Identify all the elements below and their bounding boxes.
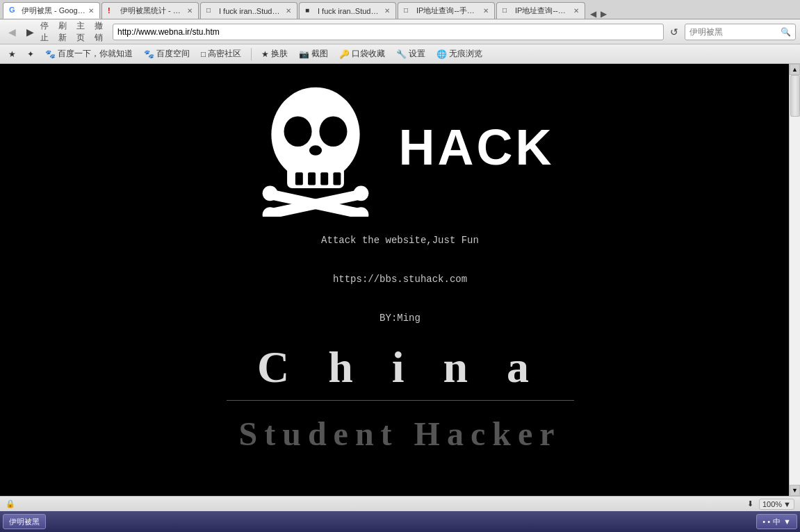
bookmark-pocket[interactable]: 🔑 口袋收藏 [336, 47, 388, 61]
search-bar[interactable]: 🔍 [685, 24, 796, 40]
bookmark-screenshot-label: 截图 [311, 48, 328, 60]
status-right: ⬇ 100% ▼ [747, 499, 794, 510]
svg-point-10 [262, 185, 277, 201]
bookmark-pocket-label: 口袋收藏 [352, 48, 385, 60]
home-button[interactable]: 主页 [76, 24, 92, 40]
china-label: C h i n a [257, 342, 543, 393]
tab-close-2[interactable]: ✕ [286, 7, 291, 15]
svg-point-13 [353, 185, 368, 201]
bookmark-baidu-label: 百度一下，你就知道 [58, 48, 133, 60]
status-bar: 🔒 ⬇ 100% ▼ [0, 496, 800, 511]
bookmark-special[interactable]: ✦ [24, 48, 37, 60]
settings-icon: 🔧 [396, 49, 407, 59]
scroll-thumb[interactable] [790, 75, 800, 117]
bookmark-settings-label: 设置 [409, 48, 425, 60]
taskbar-browser-btn[interactable]: 伊明被黑 [3, 514, 46, 529]
browser-content: HACK Attack the website,Just Fun https:/… [0, 64, 800, 496]
tab-favicon-0: G [9, 6, 19, 15]
tab-close-4[interactable]: ✕ [483, 7, 489, 15]
tab-favicon-2: □ [206, 6, 216, 16]
tab-favicon-5: □ [503, 6, 512, 16]
bookmark-private-label: 无痕浏览 [449, 48, 482, 60]
tab-label-0: 伊明被黑 - Google 搜索 [22, 6, 85, 16]
tab-prev-arrow[interactable]: ◀ [588, 9, 598, 19]
search-icon: 🔍 [781, 27, 791, 37]
bookmark-screenshot[interactable]: 📷 截图 [296, 47, 331, 61]
attack-line: Attack the website,Just Fun [321, 231, 479, 250]
star-icon: ★ [8, 49, 16, 59]
download-icon: ⬇ [747, 499, 753, 508]
tab-3[interactable]: ■ I fuck iran..Studen... ✕ [299, 2, 396, 19]
input-label: 中 [773, 517, 781, 527]
input-method-button[interactable]: • • 中 ▼ [756, 514, 797, 529]
webpage: HACK Attack the website,Just Fun https:/… [0, 64, 800, 496]
special-icon: ✦ [27, 49, 34, 59]
scrollbar: ▲ ▼ [789, 64, 800, 496]
zoom-control[interactable]: 100% ▼ [759, 499, 794, 510]
tab-5[interactable]: □ IP地址查询--手机号码查... ✕ [496, 2, 585, 19]
tab-close-5[interactable]: ✕ [573, 7, 579, 15]
bookmarks-separator [251, 48, 252, 60]
baidu-icon: 🐾 [45, 49, 56, 59]
bookmark-private[interactable]: 🌐 无痕浏览 [434, 47, 485, 61]
bookmark-settings[interactable]: 🔧 设置 [393, 47, 428, 61]
bookmark-huanfu[interactable]: ★ 换肤 [259, 47, 291, 61]
spacer1 [321, 250, 479, 269]
address-input[interactable] [117, 27, 659, 37]
nav-bar: ◀ ▶ 停止 刷新 主页 撤销 ↺ 🔍 [0, 19, 800, 44]
pocket-icon: 🔑 [339, 49, 350, 59]
tab-2[interactable]: □ I fuck iran..Student Ha... ✕ [200, 2, 297, 19]
stop-button[interactable]: 停止 [40, 24, 56, 40]
tab-label-1: 伊明被黑统计 - 黑客播... [120, 6, 184, 16]
tab-close-0[interactable]: ✕ [88, 7, 94, 15]
scroll-down-button[interactable]: ▼ [790, 485, 800, 496]
tab-4[interactable]: □ IP地址查询--手机号码查... ✕ [398, 2, 495, 19]
page-text: Attack the website,Just Fun https://bbs.… [321, 231, 479, 328]
tab-close-3[interactable]: ✕ [384, 7, 390, 15]
forward-button[interactable]: ▶ [22, 24, 38, 40]
tab-0[interactable]: G 伊明被黑 - Google 搜索 ✕ [3, 2, 100, 19]
svg-point-8 [309, 145, 321, 156]
tab-1[interactable]: ! 伊明被黑统计 - 黑客播... ✕ [101, 2, 199, 19]
tab-label-3: I fuck iran..Studen... [318, 7, 382, 15]
svg-rect-2 [295, 172, 302, 185]
tab-close-1[interactable]: ✕ [187, 7, 193, 15]
student-hacker-label: Student Hacker [239, 415, 562, 453]
browser-window: G 伊明被黑 - Google 搜索 ✕ ! 伊明被黑统计 - 黑客播... ✕… [0, 0, 800, 532]
bookmark-baiduspace-label: 百度空间 [156, 48, 190, 60]
reload-button[interactable]: ↺ [667, 24, 682, 40]
undo-button[interactable]: 撤销 [95, 24, 110, 40]
svg-rect-4 [320, 172, 328, 185]
tab-bar: G 伊明被黑 - Google 搜索 ✕ ! 伊明被黑统计 - 黑客播... ✕… [0, 0, 800, 19]
baiduspace-icon: 🐾 [144, 49, 154, 59]
tab-favicon-1: ! [108, 6, 117, 16]
gaomi-icon: □ [201, 49, 206, 59]
skull-hack-area: HACK [246, 78, 555, 217]
tab-label-4: IP地址查询--手机号码查... [416, 6, 480, 16]
tab-label-2: I fuck iran..Student Ha... [219, 7, 283, 15]
huanfu-icon: ★ [261, 49, 269, 59]
scroll-track [790, 75, 800, 485]
tab-favicon-3: ■ [305, 6, 315, 16]
security-icon: 🔒 [6, 499, 15, 508]
url-line: https://bbs.stuhack.com [321, 269, 479, 289]
taskbar-right: • • 中 ▼ [756, 514, 797, 529]
refresh-button[interactable]: 刷新 [58, 24, 74, 40]
divider [227, 400, 574, 401]
input-dropdown-icon: ▼ [783, 517, 791, 526]
bookmark-huanfu-label: 换肤 [271, 48, 288, 60]
tab-label-5: IP地址查询--手机号码查... [515, 6, 571, 16]
address-bar[interactable] [113, 24, 664, 40]
svg-point-7 [319, 116, 347, 147]
input-dots: • • [762, 517, 770, 526]
back-button[interactable]: ◀ [4, 24, 19, 40]
bookmark-star[interactable]: ★ [6, 48, 19, 60]
bookmark-gaomi[interactable]: □ 高密社区 [198, 47, 244, 61]
scroll-up-button[interactable]: ▲ [790, 64, 800, 75]
bookmark-baidu[interactable]: 🐾 百度一下，你就知道 [42, 47, 136, 61]
tab-scroll-arrows: ◀ ▶ [588, 9, 609, 19]
search-input[interactable] [689, 27, 778, 37]
svg-rect-3 [308, 172, 316, 185]
bookmark-baiduspace[interactable]: 🐾 百度空间 [141, 47, 193, 61]
tab-next-arrow[interactable]: ▶ [598, 9, 609, 19]
